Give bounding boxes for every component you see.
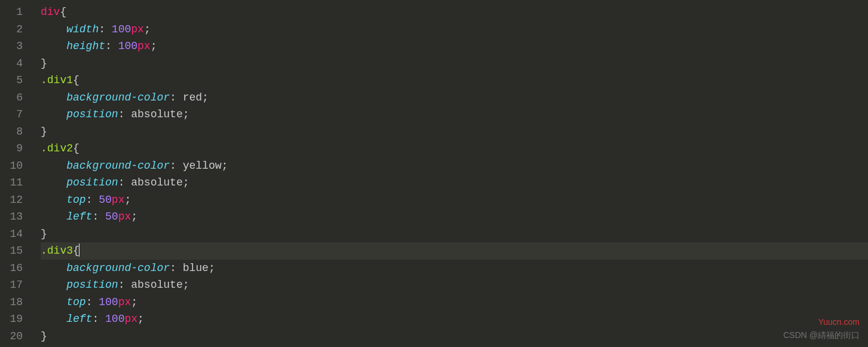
line-number: 11 xyxy=(5,174,23,191)
code-line[interactable]: left: 100px; xyxy=(41,311,868,328)
code-line[interactable]: .div2{ xyxy=(41,140,868,157)
watermark-top: Yuucn.com xyxy=(818,317,860,327)
number-token: 100 xyxy=(99,296,118,308)
code-line[interactable]: position: absolute; xyxy=(41,276,868,294)
class-selector-token: .div3 xyxy=(41,245,73,257)
property-token: background-color xyxy=(66,160,170,172)
number-token: 50 xyxy=(99,194,112,206)
punct-token: : xyxy=(92,313,99,325)
punct-token: ; xyxy=(209,262,215,274)
line-number: 7 xyxy=(5,106,23,123)
line-number: 3 xyxy=(5,38,23,55)
line-number: 20 xyxy=(5,328,23,345)
code-line[interactable]: div{ xyxy=(41,4,868,21)
punct-token: : xyxy=(170,262,176,274)
line-number: 8 xyxy=(5,123,23,141)
punct-token: ; xyxy=(124,194,131,206)
line-number-gutter: 1 2 3 4 5 6 7 8 9 10 11 12 13 14 15 16 1… xyxy=(0,0,30,347)
punct-token: ; xyxy=(183,108,190,120)
line-number: 4 xyxy=(5,55,23,72)
punct-token: ; xyxy=(131,296,137,308)
value-token: red xyxy=(183,92,202,104)
line-number: 19 xyxy=(5,311,23,328)
punct-token: : xyxy=(170,160,176,172)
code-line[interactable]: background-color: blue; xyxy=(41,260,868,277)
class-selector-token: .div2 xyxy=(41,142,73,154)
punct-token: : xyxy=(86,296,93,308)
punct-token: : xyxy=(92,211,99,223)
punct-token: : xyxy=(86,194,93,206)
punct-token: ; xyxy=(183,176,190,188)
brace-token: } xyxy=(41,330,47,342)
line-number: 6 xyxy=(5,89,23,106)
brace-token: } xyxy=(41,126,47,138)
line-number: 16 xyxy=(5,260,23,277)
text-cursor xyxy=(79,243,80,257)
code-line-active[interactable]: .div3{ xyxy=(41,242,868,260)
punct-token: : xyxy=(170,92,176,104)
code-line[interactable]: } xyxy=(41,123,868,141)
unit-token: px xyxy=(118,211,132,223)
value-token: absolute xyxy=(131,279,182,291)
line-number: 9 xyxy=(5,140,23,157)
line-number: 15 xyxy=(5,242,23,260)
code-line[interactable]: width: 100px; xyxy=(41,21,868,38)
number-token: 100 xyxy=(118,40,137,52)
line-number: 18 xyxy=(5,294,23,311)
code-line[interactable]: } xyxy=(41,328,868,345)
value-token: absolute xyxy=(131,108,182,120)
property-token: background-color xyxy=(66,262,170,274)
property-token: top xyxy=(66,194,85,206)
unit-token: px xyxy=(137,40,151,52)
property-token: position xyxy=(66,279,118,291)
punct-token: : xyxy=(118,176,125,188)
line-number: 1 xyxy=(5,4,23,21)
code-line[interactable]: top: 50px; xyxy=(41,191,868,209)
property-token: position xyxy=(66,108,118,120)
watermark-bottom: CSDN @綪福的街口 xyxy=(783,330,860,341)
code-line[interactable]: position: absolute; xyxy=(41,106,868,123)
punct-token: : xyxy=(118,108,125,120)
property-token: position xyxy=(66,176,118,188)
value-token: yellow xyxy=(183,160,222,172)
line-number: 2 xyxy=(5,21,23,38)
number-token: 50 xyxy=(105,211,118,223)
punct-token: ; xyxy=(221,160,228,172)
unit-token: px xyxy=(124,313,137,325)
property-token: left xyxy=(66,211,92,223)
selector-token: div xyxy=(41,6,60,18)
property-token: background-color xyxy=(66,92,170,104)
code-area[interactable]: div{ width: 100px; height: 100px; } .div… xyxy=(30,0,868,347)
punct-token: : xyxy=(105,40,112,52)
punct-token: ; xyxy=(131,211,137,223)
code-line[interactable]: position: absolute; xyxy=(41,174,868,191)
code-line[interactable]: } xyxy=(41,55,868,72)
class-selector-token: .div1 xyxy=(41,74,73,86)
brace-token: { xyxy=(60,6,66,18)
number-token: 100 xyxy=(112,23,131,35)
code-line[interactable]: } xyxy=(41,226,868,243)
code-editor[interactable]: 1 2 3 4 5 6 7 8 9 10 11 12 13 14 15 16 1… xyxy=(0,0,868,347)
code-line[interactable]: height: 100px; xyxy=(41,38,868,55)
line-number: 13 xyxy=(5,208,23,226)
unit-token: px xyxy=(118,296,132,308)
punct-token: ; xyxy=(137,313,144,325)
brace-token: { xyxy=(73,142,80,154)
line-number: 12 xyxy=(5,191,23,209)
line-number: 10 xyxy=(5,157,23,175)
punct-token: ; xyxy=(151,40,157,52)
brace-token: } xyxy=(41,57,47,69)
code-line[interactable]: .div1{ xyxy=(41,72,868,89)
line-number: 17 xyxy=(5,276,23,294)
property-token: left xyxy=(66,313,92,325)
punct-token: : xyxy=(118,279,125,291)
code-line[interactable]: background-color: yellow; xyxy=(41,157,868,175)
number-token: 100 xyxy=(105,313,124,325)
code-line[interactable]: left: 50px; xyxy=(41,208,868,226)
code-line[interactable]: top: 100px; xyxy=(41,294,868,311)
punct-token: ; xyxy=(144,23,151,35)
property-token: height xyxy=(66,40,105,52)
unit-token: px xyxy=(131,23,144,35)
line-number: 14 xyxy=(5,226,23,243)
code-line[interactable]: background-color: red; xyxy=(41,89,868,106)
